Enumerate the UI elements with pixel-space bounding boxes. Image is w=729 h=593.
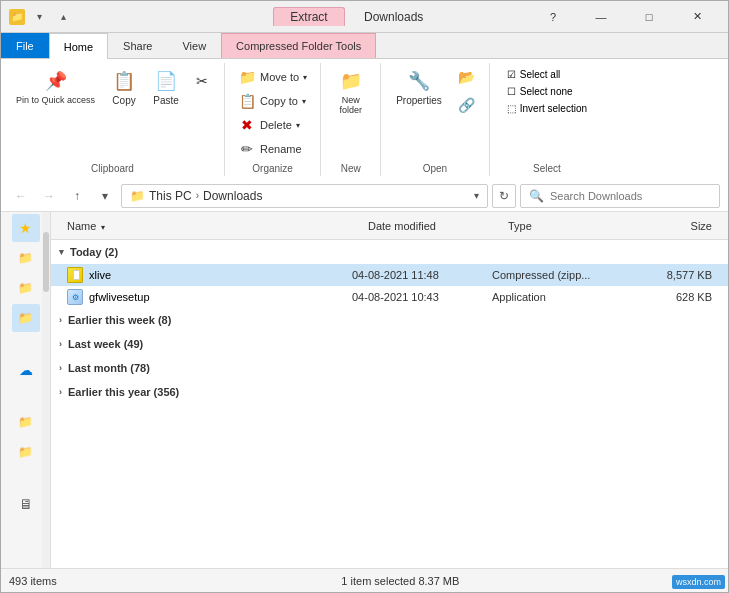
- exe-icon: ⚙: [67, 289, 83, 305]
- sidebar-item-quick-access[interactable]: ★: [12, 214, 40, 242]
- select-none-button[interactable]: ☐ Select none: [502, 84, 592, 99]
- copy-icon: 📋: [112, 69, 136, 93]
- rename-button[interactable]: ✏ Rename: [233, 137, 312, 161]
- group-arrow-last-week: ›: [59, 339, 62, 349]
- select-all-button[interactable]: ☑ Select all: [502, 67, 592, 82]
- extract-tab-title[interactable]: Extract: [273, 7, 344, 26]
- sidebar-downloads-icon: 📁: [18, 311, 33, 325]
- copy-button[interactable]: 📋 Copy: [104, 65, 144, 110]
- breadcrumb-downloads[interactable]: Downloads: [203, 189, 262, 203]
- new-label: New: [341, 161, 361, 174]
- tab-share[interactable]: Share: [108, 33, 167, 58]
- group-header-earlier-year[interactable]: › Earlier this year (356): [51, 380, 728, 404]
- sidebar-item-1[interactable]: 📁: [12, 244, 40, 272]
- group-label-last-month: Last month (78): [68, 362, 150, 374]
- quick-access-back-btn[interactable]: ▾: [29, 7, 49, 27]
- zip-icon: [67, 267, 83, 283]
- select-all-icon: ☑: [507, 69, 516, 80]
- address-path[interactable]: 📁 This PC › Downloads ▾: [121, 184, 488, 208]
- maximize-button[interactable]: □: [626, 1, 672, 33]
- open-label: Open: [423, 161, 447, 174]
- sidebar-item-2[interactable]: 📁: [12, 274, 40, 302]
- address-bar: ← → ↑ ▾ 📁 This PC › Downloads ▾ ↻ 🔍: [1, 180, 728, 212]
- col-header-size[interactable]: Size: [640, 216, 720, 236]
- tab-home[interactable]: Home: [49, 33, 108, 59]
- file-row-gfwlivesetup[interactable]: ⚙ gfwlivesetup 04-08-2021 10:43 Applicat…: [51, 286, 728, 308]
- forward-button[interactable]: →: [37, 184, 61, 208]
- search-input[interactable]: [550, 190, 711, 202]
- group-arrow-earlier-week: ›: [59, 315, 62, 325]
- sidebar-item-f1[interactable]: 📁: [12, 408, 40, 436]
- group-header-earlier-week[interactable]: › Earlier this week (8): [51, 308, 728, 332]
- move-to-arrow: ▾: [303, 73, 307, 82]
- group-header-last-month[interactable]: › Last month (78): [51, 356, 728, 380]
- xlive-date: 04-08-2021 11:48: [352, 269, 492, 281]
- sidebar-item-computer[interactable]: 🖥: [12, 490, 40, 518]
- pin-icon: 📌: [44, 69, 68, 93]
- title-center: Extract Downloads: [183, 10, 530, 24]
- organize-small-btns: 📁 Move to ▾ 📋 Copy to ▾ ✖ Delete ▾: [233, 65, 312, 161]
- col-header-date[interactable]: Date modified: [360, 216, 500, 236]
- move-to-button[interactable]: 📁 Move to ▾: [233, 65, 312, 89]
- group-header-last-week[interactable]: › Last week (49): [51, 332, 728, 356]
- invert-selection-button[interactable]: ⬚ Invert selection: [502, 101, 592, 116]
- ribbon-tabs: File Home Share View Compressed Folder T…: [1, 33, 728, 59]
- refresh-button[interactable]: ↻: [492, 184, 516, 208]
- open-extra-btn-2[interactable]: 🔗: [453, 93, 481, 117]
- folder-icon: 📁: [9, 9, 25, 25]
- sort-arrow: ▾: [101, 223, 105, 232]
- minimize-button[interactable]: —: [578, 1, 624, 33]
- open-extra-btn-1[interactable]: 📂: [453, 65, 481, 89]
- sidebar-item-cloud[interactable]: ☁: [12, 356, 40, 384]
- breadcrumb-thispc[interactable]: This PC: [149, 189, 192, 203]
- invert-icon: ⬚: [507, 103, 516, 114]
- delete-label: Delete: [260, 119, 292, 131]
- col-name-label: Name: [67, 220, 96, 232]
- group-header-today[interactable]: ▾ Today (2): [51, 240, 728, 264]
- copy-to-label: Copy to: [260, 95, 298, 107]
- move-to-label: Move to: [260, 71, 299, 83]
- gfwlivesetup-date: 04-08-2021 10:43: [352, 291, 492, 303]
- title-bar-up-btn[interactable]: ▴: [53, 7, 73, 27]
- properties-button[interactable]: 🔧 Properties: [389, 65, 449, 110]
- select-label: Select: [533, 161, 561, 174]
- file-row-xlive[interactable]: xlive 04-08-2021 11:48 Compressed (zipp.…: [51, 264, 728, 286]
- new-folder-button[interactable]: 📁 Newfolder: [331, 65, 371, 119]
- items-count: 493 items: [9, 575, 57, 587]
- back-button[interactable]: ←: [9, 184, 33, 208]
- col-header-type[interactable]: Type: [500, 216, 640, 236]
- sidebar-scrollbar[interactable]: [42, 212, 50, 568]
- up-button[interactable]: ↑: [65, 184, 89, 208]
- search-box: 🔍: [520, 184, 720, 208]
- sidebar-item-downloads[interactable]: 📁: [12, 304, 40, 332]
- copy-to-arrow: ▾: [302, 97, 306, 106]
- select-items: ☑ Select all ☐ Select none ⬚ Invert sele…: [498, 65, 596, 161]
- window-title: Downloads: [348, 8, 439, 26]
- col-header-name[interactable]: Name ▾: [59, 216, 360, 236]
- cut-button[interactable]: ✂: [188, 69, 216, 93]
- ribbon-group-clipboard: 📌 Pin to Quick access 📋 Copy 📄 Paste ✂ C…: [1, 63, 225, 176]
- watermark: wsxdn.com: [672, 575, 725, 589]
- recent-locations-button[interactable]: ▾: [93, 184, 117, 208]
- cloud-icon: ☁: [19, 362, 33, 378]
- xlive-size: 8,577 KB: [632, 269, 712, 281]
- ribbon-group-select: ☑ Select all ☐ Select none ⬚ Invert sele…: [490, 63, 604, 176]
- rename-icon: ✏: [238, 140, 256, 158]
- open-items: 🔧 Properties 📂 🔗: [389, 65, 481, 161]
- sidebar: ★ 📁 📁 📁 ☁ 📁: [1, 212, 51, 568]
- ribbon-group-organize: 📁 Move to ▾ 📋 Copy to ▾ ✖ Delete ▾: [225, 63, 321, 176]
- select-buttons: ☑ Select all ☐ Select none ⬚ Invert sele…: [498, 65, 596, 118]
- help-button[interactable]: ?: [530, 1, 576, 33]
- tab-file[interactable]: File: [1, 33, 49, 58]
- tab-view[interactable]: View: [167, 33, 221, 58]
- paste-button[interactable]: 📄 Paste: [146, 65, 186, 110]
- delete-button[interactable]: ✖ Delete ▾: [233, 113, 312, 137]
- close-button[interactable]: ✕: [674, 1, 720, 33]
- copy-to-button[interactable]: 📋 Copy to ▾: [233, 89, 312, 113]
- pin-to-quick-access-button[interactable]: 📌 Pin to Quick access: [9, 65, 102, 110]
- tab-compressed-folder-tools[interactable]: Compressed Folder Tools: [221, 33, 376, 58]
- invert-label: Invert selection: [520, 103, 587, 114]
- file-list-body: ▾ Today (2) xlive 04-08-2021 11:48 Compr…: [51, 240, 728, 568]
- select-all-label: Select all: [520, 69, 561, 80]
- sidebar-item-f2[interactable]: 📁: [12, 438, 40, 466]
